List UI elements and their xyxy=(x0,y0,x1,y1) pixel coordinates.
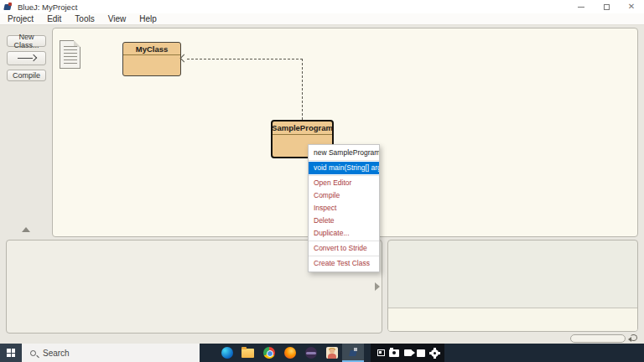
menu-separator xyxy=(309,240,379,241)
start-button[interactable] xyxy=(0,344,22,362)
codepad-input-line[interactable] xyxy=(388,308,637,331)
context-menu-item-new-constructor[interactable]: new SampleProgram() xyxy=(309,147,379,159)
window-title: BlueJ: MyProject xyxy=(18,3,77,12)
readme-icon[interactable] xyxy=(60,40,80,69)
menu-separator xyxy=(309,256,379,256)
search-icon xyxy=(30,350,36,356)
context-menu-item-void-main-selected[interactable]: void main(String[] args) xyxy=(309,162,379,174)
menu-separator xyxy=(309,160,379,161)
video-recorder-icon[interactable] xyxy=(401,344,414,362)
context-menu-item-compile[interactable]: Compile xyxy=(309,189,379,202)
close-icon: ✕ xyxy=(628,3,635,11)
bench-divider-arrow-icon[interactable] xyxy=(375,282,380,291)
minimize-icon xyxy=(578,7,584,8)
taskbar-purple-app-icon[interactable] xyxy=(300,344,321,362)
bluej-main-window: BlueJ: MyProject ✕ Project Edit Tools Vi… xyxy=(0,0,644,362)
title-bar: BlueJ: MyProject ✕ xyxy=(0,0,644,13)
context-menu-item-create-test-class[interactable]: Create Test Class xyxy=(309,257,379,270)
taskbar-bluej-active-icon[interactable] xyxy=(342,344,364,362)
context-menu-item-open-editor[interactable]: Open Editor xyxy=(309,177,379,189)
taskbar-file-explorer-icon[interactable] xyxy=(237,344,258,362)
taskbar-edge-icon[interactable] xyxy=(216,344,237,362)
context-menu-item-delete[interactable]: Delete xyxy=(309,215,379,227)
settings-gear-icon[interactable] xyxy=(428,344,441,362)
menu-project[interactable]: Project xyxy=(8,14,34,23)
class-context-menu: new SampleProgram() void main(String[] a… xyxy=(308,144,380,272)
taskbar-firefox-icon[interactable] xyxy=(279,344,300,362)
menu-view[interactable]: View xyxy=(108,14,127,23)
compile-button[interactable]: Compile xyxy=(7,70,46,81)
bluej-app-icon xyxy=(4,3,13,11)
reset-vm-button[interactable] xyxy=(629,333,639,343)
recorder-toolbar xyxy=(371,344,444,362)
context-menu-item-inspect[interactable]: Inspect xyxy=(309,202,379,215)
menu-separator xyxy=(309,175,379,176)
menu-tools[interactable]: Tools xyxy=(75,14,94,23)
menu-help[interactable]: Help xyxy=(139,14,157,23)
windows-taskbar: Search 32°C Mostly cloudy xyxy=(0,344,644,362)
menu-edit[interactable]: Edit xyxy=(47,14,61,23)
taskbar-search[interactable]: Search xyxy=(22,344,200,362)
restore-button[interactable] xyxy=(594,0,619,13)
taskbar-chrome-icon[interactable] xyxy=(258,344,279,362)
class-sampleprogram-name: SampleProgram xyxy=(273,122,332,135)
uses-arrowhead-icon xyxy=(180,54,189,63)
restore-icon xyxy=(604,4,610,10)
minimize-button[interactable] xyxy=(569,0,594,13)
screen-capture-icon[interactable] xyxy=(374,344,387,362)
progress-bar xyxy=(570,334,626,343)
camera-icon[interactable] xyxy=(387,344,401,362)
class-myclass[interactable]: MyClass xyxy=(122,42,181,76)
expand-controls-toggle-icon[interactable] xyxy=(22,227,30,232)
context-menu-item-duplicate[interactable]: Duplicate... xyxy=(309,227,379,240)
window-capture-icon[interactable] xyxy=(414,344,428,362)
search-placeholder: Search xyxy=(43,349,70,358)
windows-logo-icon xyxy=(7,349,15,357)
uses-arrow-vertical xyxy=(302,59,303,120)
class-myclass-name: MyClass xyxy=(123,43,180,55)
new-class-button[interactable]: New Class... xyxy=(7,35,46,47)
menu-bar: Project Edit Tools View Help xyxy=(0,13,644,25)
close-button[interactable]: ✕ xyxy=(619,0,644,13)
uses-arrow-icon xyxy=(18,55,36,61)
taskbar-contacts-icon[interactable] xyxy=(321,344,342,362)
uses-arrow-horizontal xyxy=(187,59,303,59)
codepad[interactable] xyxy=(387,240,638,332)
uses-arrow-button[interactable] xyxy=(7,51,46,65)
context-menu-item-convert-to-stride[interactable]: Convert to Stride xyxy=(309,242,379,255)
